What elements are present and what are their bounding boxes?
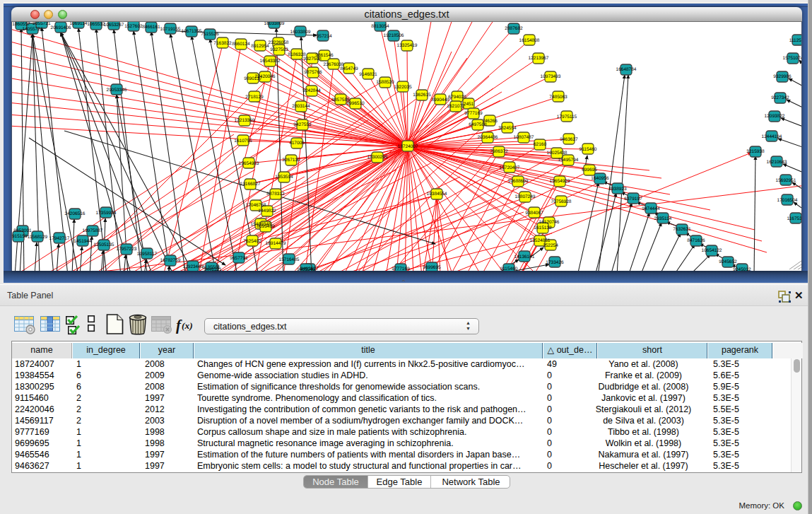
svg-text:17957223: 17957223 [117, 247, 137, 252]
svg-text:6379197: 6379197 [624, 197, 642, 201]
svg-text:10719155: 10719155 [160, 27, 181, 32]
svg-text:29053346: 29053346 [107, 88, 127, 93]
svg-text:15495794: 15495794 [558, 158, 579, 163]
svg-text:9861546: 9861546 [315, 53, 334, 58]
svg-text:9115460: 9115460 [500, 267, 518, 271]
svg-text:12093822: 12093822 [765, 114, 785, 119]
svg-text:9327503: 9327503 [270, 47, 288, 52]
svg-text:8878312: 8878312 [266, 192, 285, 197]
svg-text:9227342: 9227342 [771, 95, 789, 100]
svg-text:9329986: 9329986 [773, 74, 792, 79]
svg-text:1527602: 1527602 [124, 24, 143, 29]
svg-text:8912954: 8912954 [251, 44, 269, 49]
svg-text:2055721: 2055721 [33, 22, 51, 26]
svg-text:17975115: 17975115 [557, 115, 577, 119]
svg-text:15720407: 15720407 [500, 165, 520, 170]
svg-text:19218506: 19218506 [384, 33, 404, 38]
svg-text:8996510: 8996510 [346, 101, 365, 106]
svg-text:3824554: 3824554 [498, 126, 517, 131]
svg-text:19166827: 19166827 [240, 182, 261, 187]
svg-text:16120746: 16120746 [539, 220, 560, 225]
svg-text:17046768: 17046768 [246, 203, 266, 208]
svg-text:10671355: 10671355 [182, 29, 202, 34]
svg-text:7163822: 7163822 [213, 41, 232, 46]
svg-text:10807487: 10807487 [514, 135, 534, 140]
svg-text:8660124: 8660124 [232, 42, 250, 47]
svg-text:11568129: 11568129 [28, 235, 48, 240]
svg-text:23226058: 23226058 [269, 40, 289, 45]
svg-text:8653001: 8653001 [13, 228, 32, 233]
svg-text:16914479: 16914479 [266, 241, 286, 246]
svg-text:70756928: 70756928 [551, 199, 572, 204]
svg-text:1615132: 1615132 [534, 226, 552, 230]
svg-text:1640956: 1640956 [591, 176, 609, 181]
svg-text:19975887: 19975887 [83, 228, 103, 233]
svg-text:13325419: 13325419 [397, 43, 418, 48]
svg-text:7485063: 7485063 [549, 95, 567, 100]
svg-text:7357214: 7357214 [314, 34, 332, 39]
svg-text:8135501: 8135501 [202, 265, 220, 270]
svg-text:(x): (x) [182, 320, 193, 331]
svg-text:8471626: 8471626 [687, 238, 705, 243]
svg-text:20691406: 20691406 [51, 25, 71, 30]
svg-text:1588520: 1588520 [376, 80, 394, 85]
svg-text:10958117: 10958117 [137, 252, 158, 257]
svg-text:12213967: 12213967 [529, 56, 549, 61]
svg-text:15751074: 15751074 [783, 56, 802, 61]
svg-text:1167533: 1167533 [787, 216, 802, 221]
svg-text:12505135: 12505135 [94, 243, 114, 247]
svg-text:1362615: 1362615 [413, 93, 431, 98]
svg-text:9699695: 9699695 [423, 265, 441, 270]
svg-text:3267130: 3267130 [282, 158, 300, 163]
svg-text:1610755: 1610755 [234, 139, 252, 144]
svg-text:19384554: 19384554 [427, 192, 447, 197]
svg-text:7632621: 7632621 [673, 227, 691, 232]
svg-text:8099489: 8099489 [257, 224, 275, 229]
svg-text:1112534: 1112534 [789, 38, 802, 43]
svg-text:17942717: 17942717 [49, 236, 70, 241]
svg-text:24206516: 24206516 [65, 211, 86, 216]
svg-text:18724007: 18724007 [398, 144, 418, 149]
svg-text:18807249: 18807249 [515, 194, 536, 199]
svg-text:9427552: 9427552 [293, 122, 312, 127]
svg-text:9657791: 9657791 [230, 256, 248, 261]
svg-text:8938923: 8938923 [608, 187, 627, 192]
svg-text:9474444: 9474444 [642, 206, 660, 211]
svg-text:8466161: 8466161 [142, 25, 160, 30]
svg-text:9463627: 9463627 [560, 137, 578, 142]
svg-text:252254: 252254 [543, 243, 558, 248]
svg-text:2887682: 2887682 [505, 26, 523, 31]
svg-text:3215938: 3215938 [746, 149, 765, 154]
svg-text:9146821: 9146821 [359, 72, 377, 77]
svg-text:8454749: 8454749 [340, 66, 358, 71]
svg-text:9777169: 9777169 [392, 267, 410, 271]
svg-text:1860557: 1860557 [12, 22, 30, 27]
svg-text:8813054: 8813054 [371, 24, 389, 29]
svg-text:1065532: 1065532 [87, 22, 105, 27]
svg-text:2718129: 2718129 [245, 95, 264, 100]
svg-text:3915159: 3915159 [12, 234, 28, 239]
svg-text:16033809: 16033809 [264, 22, 285, 26]
svg-text:9242844: 9242844 [302, 88, 321, 93]
svg-text:10688609: 10688609 [508, 179, 529, 184]
svg-text:2451: 2451 [464, 102, 474, 107]
svg-text:17016504: 17016504 [777, 198, 798, 203]
svg-text:1621072: 1621072 [447, 104, 465, 109]
svg-text:12213369: 12213369 [235, 118, 255, 123]
svg-text:8990448: 8990448 [431, 98, 449, 103]
svg-text:9465546: 9465546 [297, 267, 315, 271]
svg-text:2935114: 2935114 [654, 216, 672, 221]
svg-text:6794028: 6794028 [448, 95, 466, 100]
svg-text:1353594: 1353594 [275, 175, 293, 180]
svg-text:10654122: 10654122 [702, 248, 722, 253]
svg-text:16154808: 16154808 [519, 38, 540, 43]
svg-text:9115460: 9115460 [579, 147, 597, 152]
svg-text:9245012: 9245012 [733, 267, 751, 271]
svg-text:62160: 62160 [534, 142, 546, 147]
svg-text:746266: 746266 [482, 119, 498, 124]
svg-text:14136141: 14136141 [514, 255, 535, 259]
svg-text:19654983: 19654983 [239, 161, 259, 166]
svg-text:699695: 699695 [582, 168, 597, 173]
svg-text:9777169: 9777169 [464, 111, 483, 116]
svg-text:9384067: 9384067 [525, 211, 543, 216]
